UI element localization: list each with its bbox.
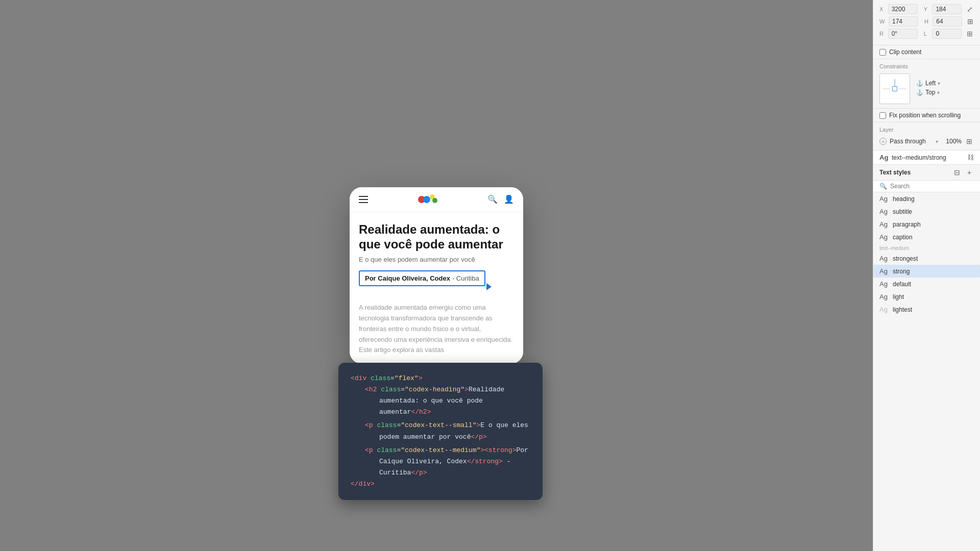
l-label: L: [924, 31, 928, 37]
tag-p2: <p: [365, 446, 377, 454]
account-icon-phone[interactable]: 👤: [504, 194, 514, 204]
style-item-caption[interactable]: Ag caption: [873, 231, 980, 243]
style-item-strongest[interactable]: Ag strongest: [873, 252, 980, 265]
h-input[interactable]: [933, 16, 962, 27]
h-label: H: [924, 18, 928, 24]
search-input[interactable]: [890, 183, 974, 190]
text-styles-title: Text styles: [879, 169, 952, 176]
style-name-default: default: [893, 281, 911, 288]
x-input[interactable]: [888, 4, 918, 14]
constraint-left-option[interactable]: ⚓ Left ▾: [916, 80, 974, 87]
right-panel: X Y ⤢ W H ⊞ R L ⊞ Clip content Constrain…: [873, 0, 980, 551]
l-input[interactable]: [932, 29, 962, 39]
phone-content: Realidade aumentada: o que você pode aum…: [350, 212, 523, 364]
code-line-4b: Caique Oliveira, Codex</strong> -: [351, 456, 530, 467]
unlink-icon[interactable]: ⛓: [967, 154, 974, 161]
constrain-icon[interactable]: ⊞: [966, 17, 974, 26]
constraint-options: ⚓ Left ▾ ⚓ Top ▾: [916, 80, 974, 98]
resize-icon[interactable]: ⤢: [966, 5, 974, 14]
logo: [418, 194, 437, 205]
code-line-4: <p class="codex-text--medium"><strong>Po…: [351, 445, 530, 456]
layer-mode-label[interactable]: Pass through: [890, 138, 933, 145]
search-row: 🔍: [873, 181, 980, 192]
blend-mode-icon: ○: [879, 138, 887, 145]
category-text-medium: text--medium: [873, 243, 980, 252]
val-heading: "codex-heading": [405, 386, 464, 393]
constraint-right-line: [899, 89, 906, 89]
search-icon-phone[interactable]: 🔍: [487, 194, 498, 204]
style-item-lightest[interactable]: Ag lightest: [873, 303, 980, 316]
logo-blue-circle: [423, 196, 430, 203]
ag-strongest: Ag: [879, 255, 889, 262]
y-label: Y: [924, 6, 928, 12]
layer-options-icon[interactable]: ⊞: [965, 137, 974, 146]
coords-section: X Y ⤢ W H ⊞ R L ⊞: [873, 0, 980, 45]
author-location: - Curitiba: [452, 274, 479, 282]
phone-header: 🔍 👤: [350, 187, 523, 212]
style-item-heading[interactable]: Ag heading: [873, 192, 980, 205]
p2-text1: Por: [516, 446, 528, 454]
style-item-strong[interactable]: Ag strong: [873, 265, 980, 278]
sliders-icon[interactable]: ⊟: [952, 168, 962, 177]
style-name-subtitle: subtitle: [893, 208, 912, 215]
y-input[interactable]: [932, 4, 962, 14]
style-name-lightest: lightest: [893, 306, 912, 313]
layer-opacity-value[interactable]: 100%: [941, 138, 962, 145]
style-name-caption: caption: [893, 234, 913, 241]
clip-checkbox[interactable]: [879, 49, 886, 56]
p1-text2: podem aumentar por você: [379, 433, 471, 441]
code-panel: <div class="flex"> <h2 class="codex-head…: [338, 363, 543, 500]
ag-lightest: Ag: [879, 306, 889, 313]
corners-icon[interactable]: ⊞: [966, 29, 974, 38]
clip-content-row: Clip content: [873, 45, 980, 59]
chevron-down-layer: ▾: [936, 139, 938, 144]
current-text-style-row: Ag text--medium/strong ⛓: [873, 151, 980, 165]
author-bar: Por Caique Oliveira, Codex - Curitiba: [359, 270, 485, 286]
code-line-1: <div class="flex">: [351, 374, 422, 382]
tag-div-open: <div: [351, 374, 371, 382]
tag-p2-close: </p>: [411, 469, 427, 477]
phone-header-icons: 🔍 👤: [487, 194, 514, 204]
canvas-area: 🔍 👤 Realidade aumentada: o que você pode…: [0, 0, 873, 551]
add-style-icon[interactable]: +: [965, 168, 974, 177]
p2-text3: -: [503, 458, 511, 465]
style-name-paragraph: paragraph: [893, 221, 921, 228]
constraint-top-option[interactable]: ⚓ Top ▾: [916, 89, 974, 96]
constraint-left-line: [883, 89, 890, 89]
style-item-subtitle[interactable]: Ag subtitle: [873, 205, 980, 218]
ag-caption: Ag: [879, 233, 889, 241]
style-item-paragraph[interactable]: Ag paragraph: [873, 218, 980, 231]
ag-paragraph: Ag: [879, 220, 889, 228]
article-subtitle: E o que eles podem aumentar por você: [359, 256, 514, 263]
style-item-light[interactable]: Ag light: [873, 290, 980, 303]
clip-label: Clip content: [889, 48, 921, 56]
r-input[interactable]: [888, 29, 918, 39]
article-body: A realidade aumentada emergiu como uma t…: [359, 303, 514, 364]
ag-light: Ag: [879, 293, 889, 300]
style-name-strong: strong: [893, 268, 910, 275]
cursor-arrow: [486, 283, 492, 290]
h2-text1: Realidade: [469, 386, 504, 393]
tag-strong-close: </strong>: [467, 458, 503, 465]
article-title: Realidade aumentada: o que você pode aum…: [359, 222, 514, 252]
attr-class: class: [371, 374, 390, 382]
menu-icon[interactable]: [359, 196, 368, 203]
r-label: R: [879, 31, 884, 37]
fix-position-checkbox[interactable]: [879, 112, 886, 119]
w-label: W: [879, 18, 885, 24]
code-line-3: <p class="codex-text--small">E o que ele…: [351, 420, 530, 431]
style-name-strongest: strongest: [893, 255, 918, 262]
style-item-default[interactable]: Ag default: [873, 278, 980, 290]
tag-p1-close: </p>: [471, 433, 486, 441]
constraint-top-label: Top: [925, 89, 935, 96]
ag-subtitle: Ag: [879, 208, 889, 215]
style-name-heading: heading: [893, 195, 915, 203]
fix-position-row: Fix position when scrolling: [873, 109, 980, 122]
anchor-icon: ⚓: [916, 80, 923, 87]
chevron-down-top: ▾: [937, 90, 940, 95]
ag-default: Ag: [879, 280, 889, 288]
style-name-light: light: [893, 293, 904, 300]
code-line-5: </div>: [351, 480, 375, 488]
w-input[interactable]: [889, 16, 918, 27]
attr-class-p2: class: [377, 446, 397, 454]
